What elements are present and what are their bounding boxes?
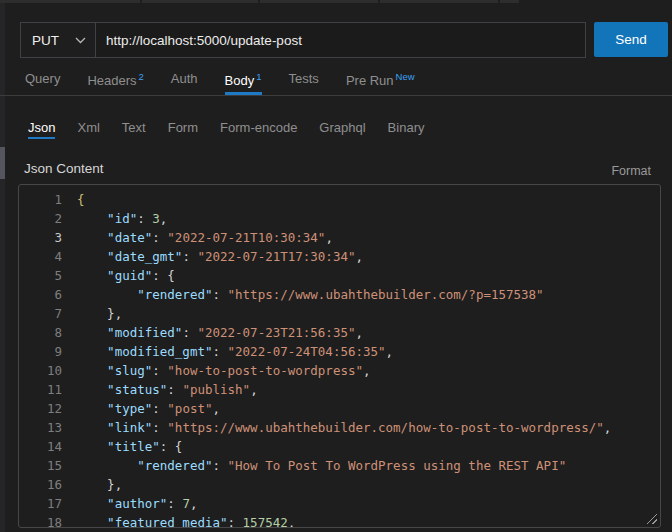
line-number: 16	[19, 475, 62, 494]
tab-tests[interactable]: Tests	[289, 71, 319, 95]
line-number: 15	[19, 456, 62, 475]
tab-label: Pre Run	[346, 73, 394, 88]
tab-label: Form-encode	[220, 120, 297, 135]
editor-tab-edge	[500, 0, 519, 3]
code-line[interactable]: 3 "date": "2022-07-21T10:30:34",	[19, 228, 660, 247]
format-button[interactable]: Format	[611, 164, 651, 178]
tab-xml[interactable]: Xml	[77, 120, 99, 139]
code-text: "date_gmt": "2022-07-21T17:30:34",	[62, 247, 363, 266]
method-label: PUT	[32, 33, 59, 48]
editor-tab-edge	[0, 0, 140, 3]
tab-label: Body	[225, 73, 255, 88]
code-line[interactable]: 18 "featured_media": 157542,	[19, 513, 660, 528]
tab-badge: New	[396, 71, 415, 82]
line-number: 1	[19, 190, 62, 209]
line-number: 6	[19, 285, 62, 304]
tab-label: Json	[28, 120, 55, 135]
url-input[interactable]	[95, 22, 586, 58]
code-line[interactable]: 10 "slug": "how-to-post-to-wordpress",	[19, 361, 660, 380]
line-number: 9	[19, 342, 62, 361]
code-line[interactable]: 1{	[19, 190, 660, 209]
chevron-down-icon	[75, 37, 86, 44]
tab-label: Graphql	[319, 120, 365, 135]
scrollbar-thumb[interactable]	[0, 147, 5, 179]
tab-auth[interactable]: Auth	[171, 71, 198, 95]
line-number: 3	[19, 228, 62, 247]
code-text: {	[62, 190, 85, 209]
json-content-label: Json Content	[24, 161, 104, 176]
code-line[interactable]: 11 "status": "publish",	[19, 380, 660, 399]
line-number: 18	[19, 513, 62, 528]
code-text: "link": "https://www.ubahthebuilder.com/…	[62, 418, 611, 437]
code-line[interactable]: 5 "guid": {	[19, 266, 660, 285]
tab-label: Xml	[77, 120, 99, 135]
line-number: 11	[19, 380, 62, 399]
code-text: "rendered": "https://www.ubahthebuilder.…	[62, 285, 544, 304]
tab-pre-run[interactable]: Pre RunNew	[346, 71, 415, 95]
code-line[interactable]: 2 "id": 3,	[19, 209, 660, 228]
line-number: 14	[19, 437, 62, 456]
code-line[interactable]: 12 "type": "post",	[19, 399, 660, 418]
panel-scrollbar[interactable]	[0, 3, 5, 532]
code-line[interactable]: 9 "modified_gmt": "2022-07-24T04:56:35",	[19, 342, 660, 361]
code-line[interactable]: 8 "modified": "2022-07-23T21:56:35",	[19, 323, 660, 342]
code-text: "guid": {	[62, 266, 175, 285]
code-text: "modified_gmt": "2022-07-24T04:56:35",	[62, 342, 393, 361]
code-text: "id": 3,	[62, 209, 167, 228]
tab-label: Headers	[87, 73, 136, 88]
code-line[interactable]: 4 "date_gmt": "2022-07-21T17:30:34",	[19, 247, 660, 266]
tab-body[interactable]: Body1	[225, 71, 262, 95]
code-text: },	[62, 304, 122, 323]
code-line[interactable]: 15 "rendered": "How To Post To WordPress…	[19, 456, 660, 475]
tab-json[interactable]: Json	[28, 120, 55, 139]
line-number: 7	[19, 304, 62, 323]
method-select[interactable]: PUT	[20, 22, 96, 58]
tab-label: Tests	[289, 71, 319, 86]
send-button[interactable]: Send	[594, 22, 668, 57]
code-text: "featured_media": 157542,	[62, 513, 295, 528]
tab-binary[interactable]: Binary	[388, 120, 425, 139]
code-text: "slug": "how-to-post-to-wordpress",	[62, 361, 371, 380]
editor-tab-edge	[380, 0, 498, 3]
tab-headers[interactable]: Headers2	[87, 71, 143, 95]
line-number: 17	[19, 494, 62, 513]
code-text: "author": 7,	[62, 494, 197, 513]
editor-tab-edge	[142, 0, 258, 3]
tab-query[interactable]: Query	[25, 71, 60, 95]
editor-tabs-edge	[0, 0, 672, 3]
code-line[interactable]: 17 "author": 7,	[19, 494, 660, 513]
code-line[interactable]: 14 "title": {	[19, 437, 660, 456]
json-editor[interactable]: 1{2 "id": 3,3 "date": "2022-07-21T10:30:…	[18, 184, 661, 528]
tab-label: Text	[122, 120, 146, 135]
code-text: "rendered": "How To Post To WordPress us…	[62, 456, 566, 475]
tab-form[interactable]: Form	[168, 120, 198, 139]
code-area[interactable]: 1{2 "id": 3,3 "date": "2022-07-21T10:30:…	[19, 185, 660, 528]
code-text: "status": "publish",	[62, 380, 258, 399]
thunder-client-panel: PUT Send QueryHeaders2AuthBody1TestsPre …	[0, 0, 672, 532]
line-number: 4	[19, 247, 62, 266]
code-text: },	[62, 475, 122, 494]
code-line[interactable]: 6 "rendered": "https://www.ubahthebuilde…	[19, 285, 660, 304]
tab-label: Auth	[171, 71, 198, 86]
editor-tab-edge	[260, 0, 378, 3]
code-text: "date": "2022-07-21T10:30:34",	[62, 228, 333, 247]
tab-text[interactable]: Text	[122, 120, 146, 139]
tab-badge: 2	[139, 71, 144, 82]
body-type-tabs: JsonXmlTextFormForm-encodeGraphqlBinary	[28, 120, 446, 139]
tab-label: Form	[168, 120, 198, 135]
request-tabs: QueryHeaders2AuthBody1TestsPre RunNew	[25, 71, 442, 95]
code-text: "modified": "2022-07-23T21:56:35",	[62, 323, 363, 342]
code-line[interactable]: 13 "link": "https://www.ubahthebuilder.c…	[19, 418, 660, 437]
code-text: "type": "post",	[62, 399, 220, 418]
tab-form-encode[interactable]: Form-encode	[220, 120, 297, 139]
line-number: 12	[19, 399, 62, 418]
line-number: 10	[19, 361, 62, 380]
tab-label: Binary	[388, 120, 425, 135]
code-text: "title": {	[62, 437, 182, 456]
tab-badge: 1	[256, 71, 261, 82]
tab-label: Query	[25, 71, 60, 86]
tab-graphql[interactable]: Graphql	[319, 120, 365, 139]
line-number: 2	[19, 209, 62, 228]
code-line[interactable]: 16 },	[19, 475, 660, 494]
code-line[interactable]: 7 },	[19, 304, 660, 323]
